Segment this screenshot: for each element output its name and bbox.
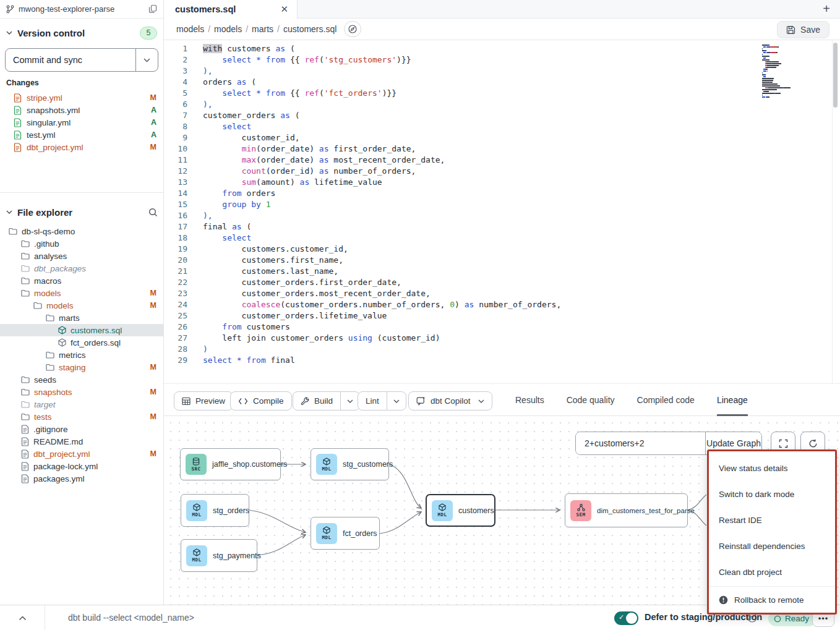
tab-code-quality[interactable]: Code quality (567, 384, 615, 416)
tab-compiled-code[interactable]: Compiled code (637, 384, 695, 416)
breadcrumb[interactable]: customers.sql (283, 24, 336, 34)
code-editor[interactable]: 1with customers as (2 select * from {{ r… (164, 40, 840, 383)
code-line[interactable]: 21 customers.last_name, (164, 266, 561, 277)
new-tab-button[interactable]: + (823, 2, 830, 16)
build-options-chevron-icon[interactable] (340, 392, 359, 410)
menu-item-view-status-details[interactable]: View status details (709, 455, 835, 481)
lint-button[interactable]: Lint (358, 391, 406, 411)
lineage-pane[interactable]: SRCjaffle_shop.customersMDLstg_customers… (164, 416, 840, 605)
code-line[interactable]: 15 group by 1 (164, 199, 561, 210)
lineage-node-customers[interactable]: MDLcustomers (426, 494, 495, 527)
tree-item-dbt-packages[interactable]: dbt_packages (0, 262, 164, 275)
code-line[interactable]: 7customer_orders as ( (164, 110, 561, 121)
compile-button[interactable]: Compile (230, 391, 292, 411)
code-line[interactable]: 5 select * from {{ ref('fct_orders')}} (164, 88, 561, 99)
change-item[interactable]: snapshots.ymlA (0, 104, 164, 116)
code-line[interactable]: 24 coalesce(customer_orders.number_of_or… (164, 299, 561, 310)
close-icon[interactable]: ✕ (280, 4, 288, 15)
scrollbar-thumb[interactable] (833, 43, 838, 108)
code-line[interactable]: 12 count(order_id) as number_of_orders, (164, 166, 561, 177)
tree-item-metrics[interactable]: metrics (0, 349, 164, 361)
tree-item-seeds[interactable]: seeds (0, 373, 164, 386)
change-item[interactable]: test.ymlA (0, 129, 164, 141)
search-icon[interactable] (148, 208, 158, 217)
build-button[interactable]: Build (293, 391, 360, 411)
tab-lineage[interactable]: Lineage (717, 384, 748, 416)
menu-item-switch-to-dark-mode[interactable]: Switch to dark mode (709, 481, 835, 507)
tree-item-tests[interactable]: testsM (0, 411, 164, 423)
tab-results[interactable]: Results (515, 384, 544, 416)
code-line[interactable]: 23 customer_orders.most_recent_order_dat… (164, 288, 561, 299)
code-line[interactable]: 3), (164, 66, 561, 77)
menu-item-clean-dbt-project[interactable]: Clean dbt project (709, 559, 835, 585)
tree-item-fct-orders-sql[interactable]: fct_orders.sql (0, 336, 164, 349)
menu-item-rollback-to-remote[interactable]: Rollback to remote (709, 587, 835, 613)
tree-item-target[interactable]: target (0, 398, 164, 411)
version-control-header[interactable]: Version control 5 (0, 23, 163, 42)
tree-item-customers-sql[interactable]: customers.sql (0, 324, 164, 336)
dbt-copilot-button[interactable]: dbt Copilot (408, 391, 492, 411)
tree-item-models[interactable]: modelsM (0, 299, 164, 312)
breadcrumb[interactable]: models (214, 24, 242, 34)
commit-options-chevron-icon[interactable] (135, 49, 158, 71)
tree-item-readme-md[interactable]: README.md (0, 435, 164, 448)
code-line[interactable]: 10 min(order_date) as first_order_date, (164, 143, 561, 155)
expand-command-panel-button[interactable] (0, 605, 45, 630)
lineage-filter-input[interactable] (576, 432, 705, 454)
tree-item-dbt-project-yml[interactable]: dbt_project.ymlM (0, 448, 164, 460)
code-line[interactable]: 17final as ( (164, 221, 561, 232)
tree-item-marts[interactable]: marts (0, 312, 164, 324)
code-line[interactable]: 2 select * from {{ ref('stg_customers')}… (164, 54, 561, 66)
defer-toggle[interactable]: ✓ (614, 611, 638, 625)
code-line[interactable]: 14 from orders (164, 188, 561, 199)
command-input[interactable] (68, 610, 439, 625)
tree-item-package-lock-yml[interactable]: package-lock.yml (0, 460, 164, 472)
tree-item-snapshots[interactable]: snapshotsM (0, 386, 164, 398)
menu-item-reinstall-dependencies[interactable]: Reinstall dependencies (709, 533, 835, 559)
copy-branch-icon[interactable] (148, 4, 157, 14)
code-line[interactable]: 1with customers as ( (164, 43, 561, 54)
change-item[interactable]: stripe.ymlM (0, 92, 164, 104)
tree-item-staging[interactable]: stagingM (0, 361, 164, 373)
code-line[interactable]: 11 max(order_date) as most_recent_order_… (164, 155, 561, 166)
file-explorer-header[interactable]: File explorer (0, 203, 164, 221)
code-line[interactable]: 4orders as ( (164, 77, 561, 88)
tree-item-packages-yml[interactable]: packages.yml (0, 472, 164, 485)
lineage-node-stg-orders[interactable]: MDLstg_orders (181, 494, 249, 527)
lineage-node-fct-orders[interactable]: MDLfct_orders (311, 517, 380, 550)
change-item[interactable]: singular.ymlA (0, 116, 164, 129)
code-line[interactable]: 6), (164, 99, 561, 110)
breadcrumb[interactable]: models (176, 24, 204, 34)
tree-item--gitignore[interactable]: .gitignore (0, 423, 164, 435)
code-line[interactable]: 20 customers.first_name, (164, 255, 561, 266)
tree-item-models[interactable]: modelsM (0, 287, 164, 299)
lineage-node-dim-customers-test-for-parse[interactable]: SEMdim_customers_test_for_parse (565, 493, 688, 527)
tree-item--github[interactable]: .github (0, 237, 164, 250)
code-line[interactable]: 18 select (164, 232, 561, 244)
tree-item-db-sl-qs-demo[interactable]: db-sl-qs-demo (0, 225, 164, 237)
code-line[interactable]: 19 customers.customer_id, (164, 244, 561, 255)
menu-item-restart-ide[interactable]: Restart IDE (709, 507, 835, 533)
code-line[interactable]: 13 sum(amount) as lifetime_value (164, 177, 561, 188)
code-line[interactable]: 16), (164, 210, 561, 221)
code-line[interactable]: 8 select (164, 121, 561, 132)
code-line[interactable]: 27 left join customer_orders using (cust… (164, 333, 561, 344)
tree-item-analyses[interactable]: analyses (0, 250, 164, 262)
preview-button[interactable]: Preview (174, 391, 233, 411)
lineage-node-stg-payments[interactable]: MDLstg_payments (181, 539, 257, 572)
change-item[interactable]: dbt_project.ymlM (0, 141, 164, 153)
lineage-node-stg-customers[interactable]: MDLstg_customers (311, 448, 389, 480)
save-button[interactable]: Save (777, 21, 829, 38)
code-line[interactable]: 29select * from final (164, 355, 561, 366)
lint-options-chevron-icon[interactable] (387, 392, 406, 410)
tab-customers-sql[interactable]: customers.sql ✕ (164, 0, 298, 19)
commit-and-sync-button[interactable]: Commit and sync (5, 48, 158, 72)
code-line[interactable]: 9 customer_id, (164, 132, 561, 143)
code-line[interactable]: 25 customer_orders.lifetime_value (164, 310, 561, 321)
code-line[interactable]: 26 from customers (164, 321, 561, 333)
tree-item-macros[interactable]: macros (0, 275, 164, 287)
code-line[interactable]: 22 customer_orders.first_order_date, (164, 277, 561, 288)
breadcrumb[interactable]: marts (252, 24, 273, 34)
code-line[interactable]: 28) (164, 344, 561, 355)
lineage-node-jaffle-shop-customers[interactable]: SRCjaffle_shop.customers (180, 448, 281, 480)
